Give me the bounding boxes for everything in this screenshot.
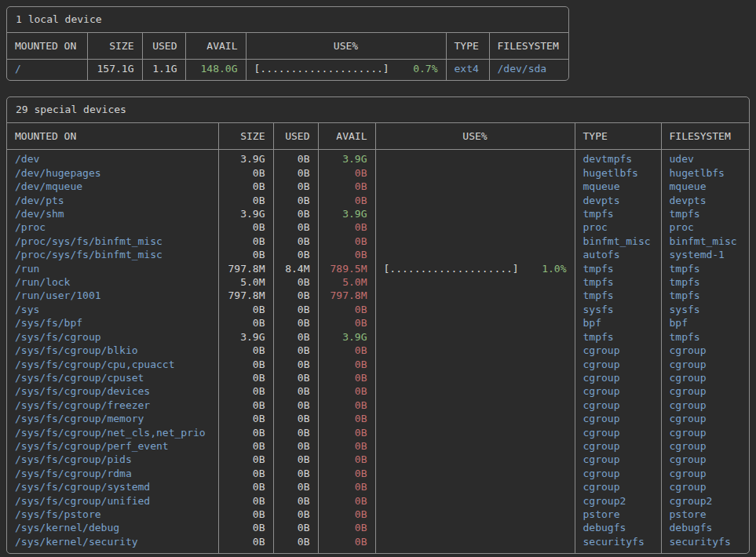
table-row: /proc/sys/fs/binfmt_misc0B0B0Bautofssyst…: [7, 248, 749, 261]
cell-type: cgroup2: [575, 494, 661, 508]
cell-used: 1.1G: [142, 60, 185, 81]
cell-use-percent: [375, 439, 575, 453]
column-header-mounted: MOUNTED ON: [7, 123, 218, 150]
cell-size: 0B: [218, 508, 273, 521]
cell-fs: cgroup: [661, 439, 749, 453]
cell-avail: 0B: [318, 453, 375, 466]
cell-type: tmpfs: [575, 289, 661, 302]
cell-used: 0B: [273, 303, 318, 316]
column-header-fs: FILESYSTEM: [489, 33, 568, 60]
table-row: /dev/pts0B0B0Bdevptsdevpts: [7, 194, 749, 207]
cell-type: bpf: [575, 316, 661, 329]
table-row: /dev/hugepages0B0B0Bhugetlbfshugetlbfs: [7, 166, 749, 180]
cell-used: 8.4M: [273, 262, 318, 275]
cell-used: 0B: [273, 453, 318, 466]
cell-type: cgroup: [575, 412, 661, 425]
cell-avail: 0B: [318, 344, 375, 357]
table-row: /sys0B0B0Bsysfssysfs: [7, 303, 749, 316]
cell-use-percent: [375, 494, 575, 508]
table-row: /run/user/1001797.8M0B797.8Mtmpfstmpfs: [7, 289, 749, 302]
cell-size: 0B: [218, 384, 273, 398]
cell-size: 0B: [218, 426, 273, 439]
column-header-used: USED: [142, 33, 185, 60]
cell-type: cgroup: [575, 467, 661, 480]
table-row: /proc/sys/fs/binfmt_misc0B0B0Bbinfmt_mis…: [7, 235, 749, 248]
cell-avail: 0B: [318, 180, 375, 193]
usage-bar: [....................]: [254, 62, 389, 75]
cell-fs: /dev/sda: [489, 60, 568, 81]
cell-use-percent: [375, 399, 575, 412]
cell-mounted: /sys/kernel/debug: [7, 521, 218, 534]
cell-size: 0B: [218, 194, 273, 207]
cell-fs: bpf: [661, 316, 749, 329]
cell-size: 5.0M: [218, 275, 273, 289]
cell-size: 0B: [218, 467, 273, 480]
cell-type: mqueue: [575, 180, 661, 193]
cell-size: 797.8M: [218, 262, 273, 275]
table-row: /run/lock5.0M0B5.0Mtmpfstmpfs: [7, 275, 749, 289]
cell-mounted: /run: [7, 262, 218, 275]
cell-type: cgroup: [575, 384, 661, 398]
cell-type: debugfs: [575, 521, 661, 534]
cell-used: 0B: [273, 344, 318, 357]
local-devices-table-title: 1 local device: [7, 7, 568, 33]
cell-size: 0B: [218, 316, 273, 329]
cell-fs: tmpfs: [661, 262, 749, 275]
cell-avail: 0B: [318, 399, 375, 412]
table-row: /sys/kernel/debug0B0B0Bdebugfsdebugfs: [7, 521, 749, 534]
cell-used: 0B: [273, 508, 318, 521]
table-row: /sys/fs/bpf0B0B0Bbpfbpf: [7, 316, 749, 329]
cell-fs: securityfs: [661, 535, 749, 553]
table-row: /sys/fs/cgroup/cpuset0B0B0Bcgroupcgroup: [7, 371, 749, 384]
table-row: /sys/fs/cgroup/net_cls,net_prio0B0B0Bcgr…: [7, 426, 749, 439]
cell-fs: cgroup: [661, 399, 749, 412]
cell-size: 0B: [218, 344, 273, 357]
cell-fs: cgroup: [661, 453, 749, 466]
cell-size: 3.9G: [218, 330, 273, 344]
cell-avail: 3.9G: [318, 150, 375, 166]
column-header-type: TYPE: [446, 33, 489, 60]
cell-size: 0B: [218, 371, 273, 384]
cell-avail: 0B: [318, 494, 375, 508]
cell-type: cgroup: [575, 439, 661, 453]
cell-avail: 0B: [318, 316, 375, 329]
cell-size: 0B: [218, 358, 273, 371]
cell-size: 0B: [218, 412, 273, 425]
cell-avail: 0B: [318, 166, 375, 180]
cell-mounted: /sys/fs/cgroup/unified: [7, 494, 218, 508]
cell-type: autofs: [575, 248, 661, 261]
cell-mounted: /dev/shm: [7, 207, 218, 220]
cell-type: cgroup: [575, 371, 661, 384]
cell-fs: udev: [661, 150, 749, 166]
table-row: /sys/kernel/security0B0B0Bsecurityfssecu…: [7, 535, 749, 553]
cell-avail: 148.0G: [185, 60, 246, 81]
cell-fs: cgroup: [661, 371, 749, 384]
column-header-mounted: MOUNTED ON: [7, 33, 87, 60]
cell-use-percent: [....................]1.0%: [375, 262, 575, 275]
table-row: /sys/fs/cgroup/blkio0B0B0Bcgroupcgroup: [7, 344, 749, 357]
cell-mounted: /sys/fs/cgroup/net_cls,net_prio: [7, 426, 218, 439]
column-header-type: TYPE: [575, 123, 661, 150]
cell-type: tmpfs: [575, 207, 661, 220]
column-header-avail: AVAIL: [185, 33, 246, 60]
column-header-size: SIZE: [87, 33, 142, 60]
cell-use-percent: [375, 344, 575, 357]
cell-use-percent: [375, 194, 575, 207]
cell-avail: 0B: [318, 535, 375, 553]
usage-bar: [....................]: [384, 262, 519, 275]
cell-type: cgroup: [575, 453, 661, 466]
cell-use-percent: [375, 412, 575, 425]
cell-use-percent: [375, 535, 575, 553]
cell-used: 0B: [273, 426, 318, 439]
cell-fs: cgroup2: [661, 494, 749, 508]
cell-use-percent: [375, 358, 575, 371]
cell-type: cgroup: [575, 358, 661, 371]
cell-type: securityfs: [575, 535, 661, 553]
cell-avail: 0B: [318, 194, 375, 207]
cell-type: tmpfs: [575, 330, 661, 344]
cell-fs: proc: [661, 220, 749, 234]
cell-avail: 3.9G: [318, 330, 375, 344]
cell-type: sysfs: [575, 303, 661, 316]
cell-type: cgroup: [575, 399, 661, 412]
cell-used: 0B: [273, 371, 318, 384]
